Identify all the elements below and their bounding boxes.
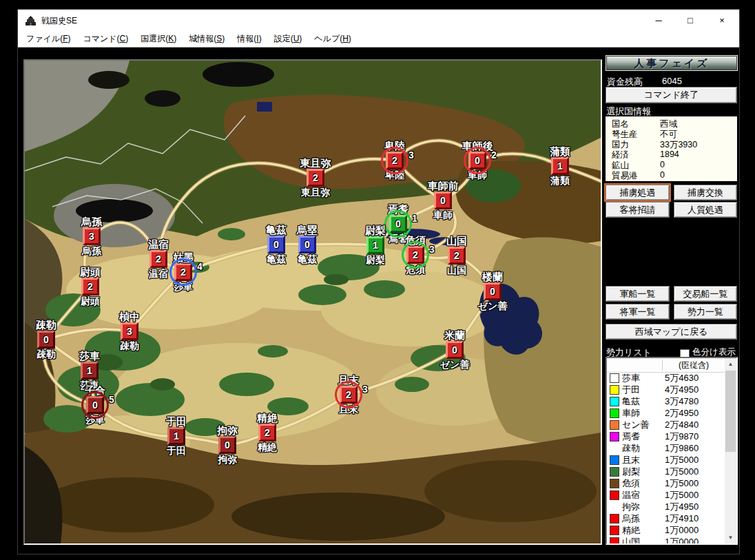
maximize-button[interactable]: □ bbox=[674, 10, 706, 31]
power-list-row[interactable]: 車師2万4950 bbox=[607, 407, 725, 419]
castle-icon[interactable]: 2 bbox=[81, 278, 99, 295]
power-list-row[interactable]: 山国1万0000 bbox=[607, 536, 725, 543]
faction-power: 4万4950 bbox=[665, 384, 699, 395]
back-to-map-button[interactable]: 西域マップに戻る bbox=[606, 324, 737, 340]
faction-color-swatch bbox=[610, 408, 619, 418]
faction-color-swatch bbox=[610, 526, 619, 535]
city-于田[interactable]: 于田1于田 bbox=[149, 416, 204, 456]
castle-icon[interactable]: 2 bbox=[258, 424, 276, 442]
faction-power: 1万9870 bbox=[665, 431, 699, 442]
hostage-treatment-button[interactable]: 人質処遇 bbox=[674, 202, 737, 218]
funds-value: 6045 bbox=[662, 76, 682, 86]
minimize-button[interactable]: ─ bbox=[643, 10, 674, 31]
power-list-row[interactable]: 危須1万5000 bbox=[607, 477, 725, 489]
power-list-row[interactable]: 温宿1万5000 bbox=[607, 489, 725, 501]
power-list-row[interactable]: 精絶1万0000 bbox=[607, 524, 725, 536]
city-且末[interactable]: 且末2且末3 bbox=[321, 375, 376, 415]
faction-name: 莎車 bbox=[622, 372, 640, 384]
power-listbox[interactable]: (臣従含) 莎車5万4630于田4万4950亀茲3万4780車師2万4950セン… bbox=[606, 357, 738, 545]
close-button[interactable]: × bbox=[706, 10, 738, 31]
power-list-button[interactable]: 勢力一覧 bbox=[674, 304, 737, 320]
faction-color-swatch bbox=[610, 432, 619, 442]
city-owner-label: ゼン善 bbox=[465, 300, 520, 311]
castle-icon[interactable]: 1 bbox=[167, 427, 185, 445]
faction-name: 疎勒 bbox=[622, 442, 640, 454]
city-name-label: 蒲類 bbox=[532, 146, 588, 157]
menu-command[interactable]: コマンド(C) bbox=[76, 31, 134, 47]
power-list-row[interactable]: 拘弥1万4950 bbox=[607, 501, 725, 512]
tradeship-list-button[interactable]: 交易船一覧 bbox=[674, 286, 737, 302]
city-烏塁[interactable]: 烏塁0亀茲 bbox=[280, 225, 335, 265]
city-name-label: 尉頭 bbox=[63, 267, 118, 278]
country-info-row: 国名西域 bbox=[606, 118, 736, 129]
scroll-thumb[interactable] bbox=[725, 371, 736, 452]
city-owner-label: 東且弥 bbox=[288, 187, 343, 198]
castle-icon[interactable]: 3 bbox=[83, 227, 101, 245]
map-area[interactable]: 東且弥2東且弥卑陸2卑陸3車師後0車師2蒲類1蒲類車師前0車師焉耆0焉耆1烏孫3… bbox=[23, 59, 602, 545]
faction-name: 焉耆 bbox=[622, 431, 640, 442]
castle-icon[interactable]: 0 bbox=[446, 341, 464, 359]
menu-castle-info[interactable]: 城情報(S) bbox=[183, 31, 231, 47]
power-list-row[interactable]: 焉耆1万9870 bbox=[607, 431, 725, 442]
general-list-button[interactable]: 将軍一覧 bbox=[606, 304, 670, 320]
city-東且弥[interactable]: 東且弥2東且弥 bbox=[288, 158, 343, 198]
castle-icon[interactable]: 3 bbox=[121, 322, 138, 340]
menu-info[interactable]: 情報(I) bbox=[231, 31, 267, 47]
power-list-row[interactable]: 于田4万4950 bbox=[607, 384, 725, 395]
prisoner-treatment-button[interactable]: 捕虜処遇 bbox=[606, 185, 670, 200]
country-info-row: 弩生産不可 bbox=[606, 129, 736, 139]
faction-name: 烏孫 bbox=[622, 512, 640, 524]
faction-power: 1万9860 bbox=[665, 442, 699, 454]
castle-icon[interactable]: 0 bbox=[434, 191, 452, 209]
title-bar[interactable]: 戦国史SE ─ □ × bbox=[18, 10, 739, 31]
power-list-row[interactable]: 尉梨1万5000 bbox=[607, 466, 725, 477]
city-尉頭[interactable]: 尉頭2尉頭 bbox=[63, 267, 118, 307]
city-name-label: 山国 bbox=[429, 236, 484, 247]
city-owner-label: 亀茲 bbox=[280, 253, 335, 265]
adjacent-count: 3 bbox=[362, 384, 368, 395]
city-楼蘭[interactable]: 楼蘭0ゼン善 bbox=[465, 271, 520, 311]
warship-list-button[interactable]: 軍船一覧 bbox=[606, 286, 670, 302]
power-list-row[interactable]: 且末1万5000 bbox=[607, 454, 725, 466]
country-info-row: 鉱山0 bbox=[606, 160, 736, 170]
castle-icon[interactable]: 2 bbox=[448, 247, 466, 265]
city-姑墨[interactable]: 姑墨2莎車4 bbox=[156, 252, 211, 292]
guest-invitation-button[interactable]: 客将招請 bbox=[606, 202, 670, 218]
city-子合[interactable]: 子合0莎車5 bbox=[68, 385, 123, 425]
city-烏孫[interactable]: 烏孫3烏孫 bbox=[64, 216, 119, 256]
end-command-button[interactable]: コマンド終了 bbox=[606, 87, 737, 103]
power-list-row[interactable]: 莎車5万4630 bbox=[607, 372, 725, 384]
castle-icon[interactable]: 0 bbox=[218, 436, 236, 454]
power-list-row[interactable]: 烏孫1万4910 bbox=[607, 512, 725, 524]
power-list-row[interactable]: セン善2万4840 bbox=[607, 419, 725, 431]
scroll-up-icon[interactable]: ▲ bbox=[725, 358, 736, 370]
city-米蘭[interactable]: 米蘭0ゼン善 bbox=[427, 330, 482, 370]
power-list-row[interactable]: 亀茲3万4780 bbox=[607, 395, 725, 407]
castle-icon[interactable]: 1 bbox=[366, 236, 384, 254]
faction-power: 1万0000 bbox=[665, 524, 699, 536]
city-蒲類[interactable]: 蒲類1蒲類 bbox=[532, 146, 588, 186]
castle-icon[interactable]: 0 bbox=[37, 331, 55, 349]
power-list-scrollbar[interactable]: ▲ ▼ bbox=[725, 358, 736, 543]
city-精絶[interactable]: 精絶2精絶 bbox=[240, 413, 295, 453]
city-車師後[interactable]: 車師後0車師2 bbox=[450, 141, 505, 180]
menu-help[interactable]: ヘルプ(H) bbox=[308, 31, 358, 47]
city-name-label: 温宿 bbox=[131, 239, 186, 250]
city-楨中[interactable]: 楨中3疎勒 bbox=[102, 311, 157, 351]
castle-icon[interactable]: 1 bbox=[551, 157, 569, 175]
scroll-down-icon[interactable]: ▼ bbox=[725, 532, 736, 543]
prisoner-exchange-button[interactable]: 捕虜交換 bbox=[674, 185, 737, 200]
menu-country-select[interactable]: 国選択(K) bbox=[134, 31, 183, 47]
castle-icon[interactable]: 2 bbox=[307, 169, 324, 187]
castle-icon[interactable]: 1 bbox=[81, 362, 99, 380]
city-山国[interactable]: 山国2山国 bbox=[429, 236, 484, 276]
menu-file[interactable]: ファイル(F) bbox=[20, 31, 76, 47]
city-卑陸[interactable]: 卑陸2卑陸3 bbox=[367, 141, 422, 180]
menu-settings[interactable]: 設定(U) bbox=[268, 31, 309, 47]
faction-color-swatch bbox=[610, 373, 619, 383]
castle-icon[interactable]: 0 bbox=[298, 236, 316, 253]
faction-name: 于田 bbox=[622, 384, 640, 395]
power-list-row[interactable]: 疎勒1万9860 bbox=[607, 442, 725, 454]
castle-icon[interactable]: 0 bbox=[484, 282, 501, 300]
country-info-row: 貿易港0 bbox=[606, 170, 736, 180]
